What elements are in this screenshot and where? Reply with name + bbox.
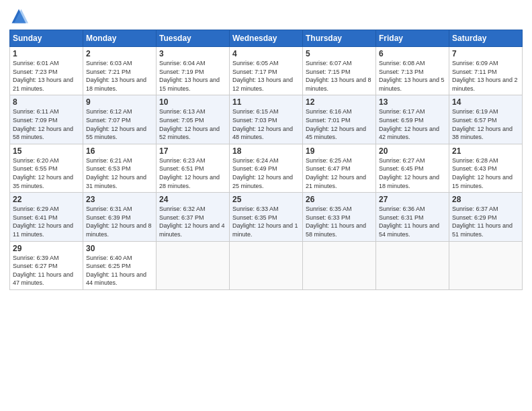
calendar-day-cell: 9 Sunrise: 6:12 AMSunset: 7:07 PMDayligh… [83, 95, 157, 144]
day-detail: Sunrise: 6:28 AMSunset: 6:43 PMDaylight:… [452, 157, 513, 189]
calendar-day-cell [303, 241, 376, 289]
calendar-day-cell: 2 Sunrise: 6:03 AMSunset: 7:21 PMDayligh… [83, 47, 157, 95]
day-number: 1 [13, 49, 80, 58]
day-detail: Sunrise: 6:25 AMSunset: 6:47 PMDaylight:… [306, 157, 366, 189]
col-header-monday: Monday [83, 30, 157, 47]
day-number: 11 [232, 97, 300, 107]
calendar-day-cell: 12 Sunrise: 6:16 AMSunset: 7:01 PMDaylig… [303, 95, 376, 144]
day-number: 7 [452, 49, 519, 58]
logo [9, 7, 31, 26]
day-number: 28 [452, 195, 519, 204]
day-detail: Sunrise: 6:23 AMSunset: 6:51 PMDaylight:… [159, 157, 220, 189]
day-detail: Sunrise: 6:37 AMSunset: 6:29 PMDaylight:… [452, 205, 513, 238]
calendar-day-cell: 13 Sunrise: 6:17 AMSunset: 6:59 PMDaylig… [376, 95, 449, 144]
calendar-day-cell [376, 241, 449, 289]
col-header-saturday: Saturday [449, 30, 523, 47]
day-detail: Sunrise: 6:13 AMSunset: 7:05 PMDaylight:… [159, 108, 220, 140]
calendar-week-row: 15 Sunrise: 6:20 AMSunset: 6:55 PMDaylig… [10, 144, 523, 192]
day-number: 21 [452, 146, 519, 156]
calendar-week-row: 22 Sunrise: 6:29 AMSunset: 6:41 PMDaylig… [10, 193, 523, 241]
day-detail: Sunrise: 6:12 AMSunset: 7:07 PMDaylight:… [86, 108, 146, 140]
day-detail: Sunrise: 6:21 AMSunset: 6:53 PMDaylight:… [86, 157, 146, 189]
calendar-day-cell: 19 Sunrise: 6:25 AMSunset: 6:47 PMDaylig… [303, 144, 376, 192]
day-detail: Sunrise: 6:24 AMSunset: 6:49 PMDaylight:… [232, 157, 293, 189]
calendar-day-cell: 25 Sunrise: 6:33 AMSunset: 6:35 PMDaylig… [230, 193, 303, 241]
day-detail: Sunrise: 6:35 AMSunset: 6:33 PMDaylight:… [306, 205, 366, 238]
calendar-day-cell: 28 Sunrise: 6:37 AMSunset: 6:29 PMDaylig… [449, 193, 523, 241]
day-number: 2 [86, 49, 153, 58]
day-detail: Sunrise: 6:15 AMSunset: 7:03 PMDaylight:… [232, 108, 293, 140]
calendar-day-cell: 5 Sunrise: 6:07 AMSunset: 7:15 PMDayligh… [303, 47, 376, 95]
calendar-week-row: 8 Sunrise: 6:11 AMSunset: 7:09 PMDayligh… [10, 95, 523, 144]
calendar-day-cell: 1 Sunrise: 6:01 AMSunset: 7:23 PMDayligh… [10, 47, 83, 95]
day-detail: Sunrise: 6:04 AMSunset: 7:19 PMDaylight:… [159, 60, 220, 92]
day-number: 25 [232, 195, 300, 204]
calendar-day-cell: 11 Sunrise: 6:15 AMSunset: 7:03 PMDaylig… [230, 95, 303, 144]
calendar-day-cell: 30 Sunrise: 6:40 AMSunset: 6:25 PMDaylig… [83, 241, 157, 289]
calendar-day-cell: 6 Sunrise: 6:08 AMSunset: 7:13 PMDayligh… [376, 47, 449, 95]
calendar-week-row: 1 Sunrise: 6:01 AMSunset: 7:23 PMDayligh… [10, 47, 523, 95]
calendar-day-cell: 20 Sunrise: 6:27 AMSunset: 6:45 PMDaylig… [376, 144, 449, 192]
day-number: 16 [86, 146, 153, 156]
day-number: 17 [159, 146, 226, 156]
col-header-wednesday: Wednesday [230, 30, 303, 47]
calendar-day-cell: 22 Sunrise: 6:29 AMSunset: 6:41 PMDaylig… [10, 193, 83, 241]
day-number: 29 [13, 244, 80, 253]
day-detail: Sunrise: 6:32 AMSunset: 6:37 PMDaylight:… [159, 205, 225, 238]
day-detail: Sunrise: 6:03 AMSunset: 7:21 PMDaylight:… [86, 60, 146, 92]
day-number: 13 [379, 97, 446, 107]
calendar-day-cell: 4 Sunrise: 6:05 AMSunset: 7:17 PMDayligh… [230, 47, 303, 95]
day-detail: Sunrise: 6:01 AMSunset: 7:23 PMDaylight:… [13, 60, 73, 92]
day-number: 19 [306, 146, 373, 156]
day-number: 5 [306, 49, 373, 58]
calendar-day-cell: 26 Sunrise: 6:35 AMSunset: 6:33 PMDaylig… [303, 193, 376, 241]
day-number: 30 [86, 244, 153, 253]
calendar-day-cell: 17 Sunrise: 6:23 AMSunset: 6:51 PMDaylig… [157, 144, 230, 192]
day-detail: Sunrise: 6:08 AMSunset: 7:13 PMDaylight:… [379, 60, 445, 92]
calendar-table: SundayMondayTuesdayWednesdayThursdayFrid… [9, 30, 523, 290]
day-number: 22 [13, 195, 80, 204]
logo-icon [9, 7, 28, 26]
calendar-day-cell: 16 Sunrise: 6:21 AMSunset: 6:53 PMDaylig… [83, 144, 157, 192]
day-number: 18 [232, 146, 300, 156]
day-detail: Sunrise: 6:07 AMSunset: 7:15 PMDaylight:… [306, 60, 371, 92]
day-number: 20 [379, 146, 446, 156]
day-number: 10 [159, 97, 226, 107]
calendar-day-cell: 24 Sunrise: 6:32 AMSunset: 6:37 PMDaylig… [157, 193, 230, 241]
day-number: 14 [452, 97, 519, 107]
day-number: 9 [86, 97, 153, 107]
day-detail: Sunrise: 6:11 AMSunset: 7:09 PMDaylight:… [13, 108, 73, 140]
day-number: 8 [13, 97, 80, 107]
day-detail: Sunrise: 6:29 AMSunset: 6:41 PMDaylight:… [13, 205, 73, 238]
calendar-day-cell: 3 Sunrise: 6:04 AMSunset: 7:19 PMDayligh… [157, 47, 230, 95]
calendar-day-cell: 14 Sunrise: 6:19 AMSunset: 6:57 PMDaylig… [449, 95, 523, 144]
day-detail: Sunrise: 6:36 AMSunset: 6:31 PMDaylight:… [379, 205, 439, 238]
header [9, 7, 523, 26]
day-detail: Sunrise: 6:19 AMSunset: 6:57 PMDaylight:… [452, 108, 513, 140]
calendar-day-cell [157, 241, 230, 289]
day-detail: Sunrise: 6:16 AMSunset: 7:01 PMDaylight:… [306, 108, 366, 140]
day-detail: Sunrise: 6:40 AMSunset: 6:25 PMDaylight:… [86, 255, 146, 287]
day-detail: Sunrise: 6:09 AMSunset: 7:11 PMDaylight:… [452, 60, 518, 92]
day-number: 12 [306, 97, 373, 107]
day-detail: Sunrise: 6:33 AMSunset: 6:35 PMDaylight:… [232, 205, 298, 238]
col-header-friday: Friday [376, 30, 449, 47]
calendar-day-cell [230, 241, 303, 289]
day-detail: Sunrise: 6:17 AMSunset: 6:59 PMDaylight:… [379, 108, 439, 140]
calendar-day-cell: 15 Sunrise: 6:20 AMSunset: 6:55 PMDaylig… [10, 144, 83, 192]
day-detail: Sunrise: 6:39 AMSunset: 6:27 PMDaylight:… [13, 255, 73, 287]
day-number: 15 [13, 146, 80, 156]
calendar-day-cell: 7 Sunrise: 6:09 AMSunset: 7:11 PMDayligh… [449, 47, 523, 95]
day-number: 27 [379, 195, 446, 204]
day-number: 3 [159, 49, 226, 58]
day-number: 26 [306, 195, 373, 204]
calendar-day-cell: 21 Sunrise: 6:28 AMSunset: 6:43 PMDaylig… [449, 144, 523, 192]
day-number: 23 [86, 195, 153, 204]
calendar-day-cell: 8 Sunrise: 6:11 AMSunset: 7:09 PMDayligh… [10, 95, 83, 144]
day-detail: Sunrise: 6:27 AMSunset: 6:45 PMDaylight:… [379, 157, 439, 189]
calendar-day-cell: 29 Sunrise: 6:39 AMSunset: 6:27 PMDaylig… [10, 241, 83, 289]
calendar-day-cell: 10 Sunrise: 6:13 AMSunset: 7:05 PMDaylig… [157, 95, 230, 144]
calendar-day-cell: 23 Sunrise: 6:31 AMSunset: 6:39 PMDaylig… [83, 193, 157, 241]
day-number: 24 [159, 195, 226, 204]
day-detail: Sunrise: 6:05 AMSunset: 7:17 PMDaylight:… [232, 60, 293, 92]
